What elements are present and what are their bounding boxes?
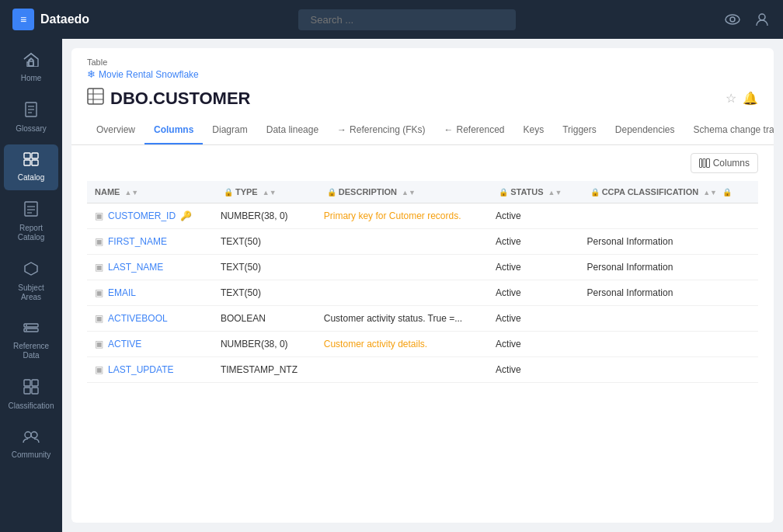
catalog-icon <box>23 152 39 170</box>
svg-point-1 <box>730 17 735 22</box>
classification-icon <box>23 379 39 398</box>
eye-icon[interactable] <box>724 11 741 28</box>
breadcrumb-type: Table <box>87 57 758 67</box>
page-title-area: DBO.CUSTOMER <box>87 88 251 109</box>
cell-ccpa <box>579 332 758 357</box>
app-logo: ≡ Dataedo <box>12 9 89 30</box>
tab-schema-change-tracking[interactable]: Schema change tracking <box>684 116 774 144</box>
table-row: ▣EMAILTEXT(50)ActivePersonal Information <box>87 280 758 306</box>
column-name-link[interactable]: ACTIVEBOOL <box>108 313 168 324</box>
sidebar-item-catalog[interactable]: Catalog <box>4 144 58 190</box>
sidebar-item-community-label: Community <box>12 450 51 460</box>
column-name-link[interactable]: LAST_UPDATE <box>108 364 173 375</box>
cell-status: Active <box>488 255 579 280</box>
sidebar-item-reference-data[interactable]: Reference Data <box>4 313 58 368</box>
bell-icon[interactable]: 🔔 <box>743 91 758 106</box>
lock-icon-ccpa: 🔒 <box>590 188 600 196</box>
svg-rect-10 <box>24 160 30 165</box>
lock-icon-type: 🔒 <box>224 188 233 196</box>
cell-type: NUMBER(38, 0) <box>213 332 316 357</box>
tab-columns[interactable]: Columns <box>144 116 203 144</box>
breadcrumb-path[interactable]: ❄ Movie Rental Snowflake <box>87 68 758 80</box>
sort-icon-ccpa: ▲▼ <box>703 189 717 196</box>
tab-triggers[interactable]: Triggers <box>553 116 606 144</box>
content-panel: Table ❄ Movie Rental Snowflake DBO.CUSTO… <box>71 48 774 523</box>
sidebar-item-glossary[interactable]: Glossary <box>4 94 58 141</box>
column-name-link[interactable]: LAST_NAME <box>108 262 163 273</box>
svg-point-0 <box>726 15 740 24</box>
tab-referencing-fks[interactable]: → Referencing (FKs) <box>328 116 434 144</box>
glossary-icon <box>24 102 38 121</box>
col-header-description[interactable]: 🔒 DESCRIPTION ▲▼ <box>316 181 488 203</box>
cell-ccpa: Personal Information <box>579 229 758 255</box>
sidebar-item-classification[interactable]: Classification <box>4 371 58 419</box>
svg-rect-24 <box>32 388 38 394</box>
column-name-link[interactable]: FIRST_NAME <box>108 236 167 247</box>
main-content: Table ❄ Movie Rental Snowflake DBO.CUSTO… <box>62 39 783 532</box>
cell-type: TEXT(50) <box>213 255 316 280</box>
sidebar-item-subject-areas[interactable]: Subject Areas <box>4 253 58 310</box>
page-header: DBO.CUSTOMER ☆ 🔔 <box>71 83 774 116</box>
col-name-content: ▣LAST_UPDATE <box>95 364 205 375</box>
col-header-name[interactable]: NAME ▲▼ <box>87 181 213 203</box>
tab-referenced[interactable]: ← Referenced <box>434 116 513 144</box>
page-title: DBO.CUSTOMER <box>110 89 251 109</box>
col-header-ccpa[interactable]: 🔒 CCPA CLASSIFICATION ▲▼ 🔒 <box>579 181 758 203</box>
sidebar-item-report-catalog-label: Report Catalog <box>10 224 52 242</box>
tabs-bar: Overview Columns Diagram Data lineage → … <box>71 116 774 145</box>
column-name-link[interactable]: CUSTOMER_ID <box>108 210 176 221</box>
lock-icon-status: 🔒 <box>499 188 508 196</box>
columns-button-label: Columns <box>713 158 750 169</box>
svg-point-25 <box>25 432 31 438</box>
table-header: NAME ▲▼ 🔒 TYPE ▲▼ 🔒 DESCRIPTION <box>87 181 758 203</box>
svg-rect-8 <box>24 153 30 158</box>
cell-ccpa: Personal Information <box>579 255 758 280</box>
tab-diagram[interactable]: Diagram <box>203 116 256 144</box>
tab-overview[interactable]: Overview <box>87 116 144 144</box>
cell-name: ▣LAST_UPDATE <box>87 357 213 383</box>
user-icon[interactable] <box>753 11 771 28</box>
cell-ccpa <box>579 357 758 383</box>
table-row: ▣CUSTOMER_ID🔑NUMBER(38, 0)Primary key fo… <box>87 203 758 229</box>
cell-type: NUMBER(38, 0) <box>213 203 316 229</box>
table-row: ▣LAST_UPDATETIMESTAMP_NTZActive <box>87 357 758 383</box>
table-grid-icon <box>87 88 104 109</box>
tab-dependencies[interactable]: Dependencies <box>606 116 684 144</box>
cell-type: TEXT(50) <box>213 229 316 255</box>
sort-icon-desc: ▲▼ <box>402 189 416 196</box>
breadcrumb-area: Table ❄ Movie Rental Snowflake <box>71 48 774 83</box>
search-input[interactable] <box>298 9 516 30</box>
cell-status: Active <box>488 280 579 306</box>
sidebar-item-home[interactable]: Home <box>4 45 58 91</box>
field-icon: ▣ <box>95 339 103 349</box>
col-header-status[interactable]: 🔒 STATUS ▲▼ <box>488 181 579 203</box>
arrow-left-icon: ← <box>444 124 453 135</box>
col-header-type[interactable]: 🔒 TYPE ▲▼ <box>213 181 316 203</box>
sidebar-item-community[interactable]: Community <box>4 422 58 468</box>
sidebar-item-report-catalog[interactable]: Report Catalog <box>4 193 58 250</box>
field-icon: ▣ <box>95 236 103 247</box>
breadcrumb-link[interactable]: Movie Rental Snowflake <box>99 69 199 80</box>
column-name-link[interactable]: ACTIVE <box>108 339 141 349</box>
columns-table: NAME ▲▼ 🔒 TYPE ▲▼ 🔒 DESCRIPTION <box>87 181 758 383</box>
field-icon: ▣ <box>95 364 103 375</box>
tab-keys[interactable]: Keys <box>514 116 554 144</box>
star-icon[interactable]: ☆ <box>726 91 736 106</box>
cell-name: ▣ACTIVEBOOL <box>87 306 213 332</box>
col-name-content: ▣EMAIL <box>95 287 205 298</box>
cell-name: ▣FIRST_NAME <box>87 229 213 255</box>
cell-status: Active <box>488 357 579 383</box>
columns-button[interactable]: Columns <box>691 153 758 173</box>
sort-icon-type: ▲▼ <box>263 189 277 196</box>
svg-rect-27 <box>88 89 103 104</box>
cell-status: Active <box>488 332 579 357</box>
svg-rect-11 <box>32 160 38 165</box>
cell-status: Active <box>488 306 579 332</box>
svg-rect-22 <box>32 380 38 386</box>
cell-description: Customer activity status. True =... <box>316 306 488 332</box>
community-icon <box>23 429 40 447</box>
cell-name: ▣ACTIVE <box>87 332 213 357</box>
column-name-link[interactable]: EMAIL <box>108 287 136 298</box>
tab-data-lineage[interactable]: Data lineage <box>257 116 328 144</box>
header-actions: ☆ 🔔 <box>726 91 758 106</box>
